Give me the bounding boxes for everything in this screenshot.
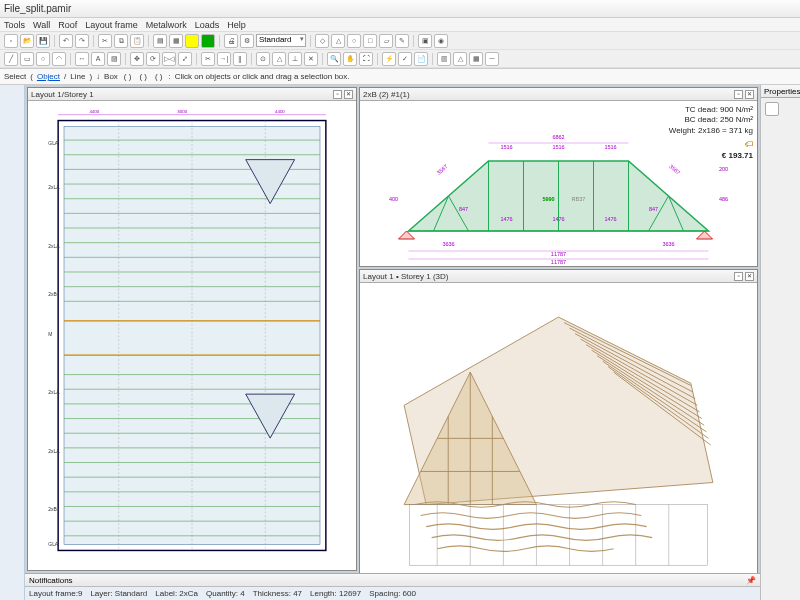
svg-text:2xB: 2xB xyxy=(48,292,56,297)
close-icon[interactable]: ✕ xyxy=(344,90,353,99)
redo-icon[interactable]: ↷ xyxy=(75,34,89,48)
toolbar-row-1: ▫ 📂 💾 ↶ ↷ ✂ ⧉ 📋 ▤ ▦ 🖨 ⚙ Standard ◇ △ ○ □… xyxy=(0,32,800,50)
truss-icon[interactable]: △ xyxy=(453,52,467,66)
pin-icon[interactable]: 📌 xyxy=(746,576,756,585)
maximize-icon[interactable]: ▫ xyxy=(734,272,743,281)
status-item: Layout frame:9 xyxy=(29,589,82,598)
layout-icon[interactable]: ▥ xyxy=(437,52,451,66)
svg-text:11787: 11787 xyxy=(551,259,566,265)
cut-icon[interactable]: ✂ xyxy=(98,34,112,48)
analysis-icon[interactable]: ⚡ xyxy=(382,52,396,66)
menu-tools[interactable]: Tools xyxy=(4,20,25,30)
move-icon[interactable]: ✥ xyxy=(130,52,144,66)
maximize-icon[interactable]: ▫ xyxy=(333,90,342,99)
window-title: File_split.pamir xyxy=(4,3,71,14)
menu-layout-frame[interactable]: Layout frame xyxy=(85,20,138,30)
extend-icon[interactable]: →| xyxy=(217,52,231,66)
check-icon[interactable]: ✓ xyxy=(398,52,412,66)
view-icon[interactable]: ◉ xyxy=(434,34,448,48)
select-box[interactable]: Box xyxy=(104,72,118,81)
rotate-icon[interactable]: ⟳ xyxy=(146,52,160,66)
layer-icon[interactable]: ▤ xyxy=(153,34,167,48)
notifications-bar[interactable]: Notifications 📌 xyxy=(25,573,760,586)
fit-icon[interactable]: ⛶ xyxy=(359,52,373,66)
grid-icon[interactable]: ▦ xyxy=(169,34,183,48)
layer-combo[interactable]: Standard xyxy=(256,34,306,47)
snap-end-icon[interactable]: ⊙ xyxy=(256,52,270,66)
menu-wall[interactable]: Wall xyxy=(33,20,50,30)
copy-icon[interactable]: ⧉ xyxy=(114,34,128,48)
close-icon[interactable]: ✕ xyxy=(745,90,754,99)
truss-info: TC dead: 900 N/m² BC dead: 250 N/m² Weig… xyxy=(669,105,753,161)
menu-loads[interactable]: Loads xyxy=(195,20,220,30)
svg-text:3000: 3000 xyxy=(177,109,187,114)
tool-a-icon[interactable]: ◇ xyxy=(315,34,329,48)
select-opt2[interactable]: ( ) xyxy=(137,72,149,81)
svg-text:GLA: GLA xyxy=(48,141,59,146)
settings-icon[interactable]: ⚙ xyxy=(240,34,254,48)
circle-icon[interactable]: ○ xyxy=(36,52,50,66)
scale-icon[interactable]: ⤢ xyxy=(178,52,192,66)
left-panel[interactable] xyxy=(0,85,25,600)
svg-text:1476: 1476 xyxy=(604,216,616,222)
dim-icon[interactable]: ↔ xyxy=(75,52,89,66)
svg-text:5990: 5990 xyxy=(542,196,554,202)
hatch-icon[interactable]: ▨ xyxy=(107,52,121,66)
select-opt1[interactable]: ( ) xyxy=(122,72,134,81)
snap-perp-icon[interactable]: ⊥ xyxy=(288,52,302,66)
tool-c-icon[interactable]: ○ xyxy=(347,34,361,48)
arc-icon[interactable]: ◠ xyxy=(52,52,66,66)
svg-text:M: M xyxy=(48,332,52,337)
snap-mid-icon[interactable]: △ xyxy=(272,52,286,66)
menu-roof[interactable]: Roof xyxy=(58,20,77,30)
pan-icon[interactable]: ✋ xyxy=(343,52,357,66)
color-icon[interactable] xyxy=(185,34,199,48)
viewport-truss[interactable]: 2xB (2) #1(1) ▫ ✕ TC dead: 900 N/m² BC d… xyxy=(359,87,758,267)
filter-icon[interactable] xyxy=(765,102,779,116)
select-mode-line[interactable]: Line xyxy=(70,72,85,81)
paste-icon[interactable]: 📋 xyxy=(130,34,144,48)
open-icon[interactable]: 📂 xyxy=(20,34,34,48)
select-opt3[interactable]: ( ) xyxy=(153,72,165,81)
undo-icon[interactable]: ↶ xyxy=(59,34,73,48)
color2-icon[interactable] xyxy=(201,34,215,48)
close-icon[interactable]: ✕ xyxy=(745,272,754,281)
tag-icon: 🏷 xyxy=(745,140,753,149)
menu-metalwork[interactable]: Metalwork xyxy=(146,20,187,30)
tool-f-icon[interactable]: ✎ xyxy=(395,34,409,48)
trim-icon[interactable]: ✂ xyxy=(201,52,215,66)
title-bar: File_split.pamir xyxy=(0,0,800,18)
menu-bar: Tools Wall Roof Layout frame Metalwork L… xyxy=(0,18,800,32)
3d-canvas[interactable] xyxy=(360,283,757,573)
properties-panel[interactable]: Properties 📌 xyxy=(760,85,800,600)
status-layer: Layer: Standard xyxy=(90,589,147,598)
snap-int-icon[interactable]: ✕ xyxy=(304,52,318,66)
text-icon[interactable]: A xyxy=(91,52,105,66)
maximize-icon[interactable]: ▫ xyxy=(734,90,743,99)
viewport-plan[interactable]: Layout 1/Storey 1 ▫ ✕ xyxy=(27,87,357,571)
select-mode-object[interactable]: Object xyxy=(37,72,60,81)
tool-e-icon[interactable]: ▱ xyxy=(379,34,393,48)
report-icon[interactable]: 📄 xyxy=(414,52,428,66)
line-icon[interactable]: ╱ xyxy=(4,52,18,66)
plan-canvas[interactable]: GLA2xLA 2xLA2xB M2xLA 2xLA2xB GLA 440030… xyxy=(28,101,356,570)
tool-b-icon[interactable]: △ xyxy=(331,34,345,48)
viewport-3d[interactable]: Layout 1 • Storey 1 (3D) ▫ ✕ xyxy=(359,269,758,573)
svg-text:1516: 1516 xyxy=(552,144,564,150)
3d-icon[interactable]: ▣ xyxy=(418,34,432,48)
print-icon[interactable]: 🖨 xyxy=(224,34,238,48)
menu-help[interactable]: Help xyxy=(227,20,246,30)
frame-icon[interactable]: ▦ xyxy=(469,52,483,66)
mirror-icon[interactable]: ▷◁ xyxy=(162,52,176,66)
tool-d-icon[interactable]: □ xyxy=(363,34,377,48)
save-icon[interactable]: 💾 xyxy=(36,34,50,48)
new-icon[interactable]: ▫ xyxy=(4,34,18,48)
zoom-icon[interactable]: 🔍 xyxy=(327,52,341,66)
offset-icon[interactable]: ‖ xyxy=(233,52,247,66)
svg-text:1516: 1516 xyxy=(500,144,512,150)
member-icon[interactable]: ─ xyxy=(485,52,499,66)
rect-icon[interactable]: ▭ xyxy=(20,52,34,66)
status-bar: Layout frame:9 Layer: Standard Label: 2x… xyxy=(25,586,760,600)
svg-text:GLA: GLA xyxy=(48,542,59,547)
truss-canvas[interactable]: TC dead: 900 N/m² BC dead: 250 N/m² Weig… xyxy=(360,101,757,266)
